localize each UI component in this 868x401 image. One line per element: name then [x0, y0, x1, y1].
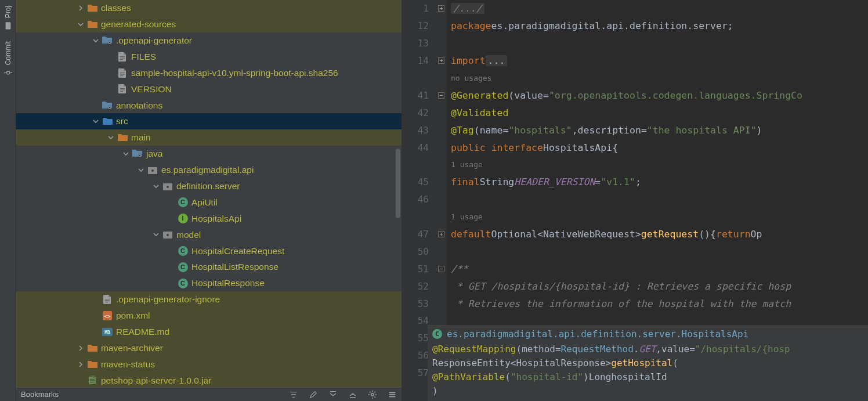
gutter-line-number[interactable]: 41	[402, 86, 429, 104]
gutter-line-number[interactable]: 12	[402, 17, 429, 35]
tree-row[interactable]: annotations	[16, 97, 402, 113]
folder-gear-icon	[132, 149, 143, 159]
code-line[interactable]: default Optional<NativeWebRequest> getRe…	[447, 226, 868, 243]
collapse-all-icon[interactable]	[328, 390, 338, 399]
tree-row[interactable]: <>pom.xml	[16, 308, 402, 324]
code-line[interactable]: /**	[447, 260, 868, 277]
tree-row[interactable]: classes	[16, 0, 402, 16]
tree-row[interactable]: CApiUtil	[16, 194, 402, 211]
gutter-line-number[interactable]: 43	[402, 121, 429, 139]
fold-toggle	[435, 139, 447, 156]
chevron-icon[interactable]	[122, 151, 130, 157]
project-tool-tab[interactable]: Proj	[4, 0, 12, 35]
fold-toggle[interactable]	[435, 226, 447, 243]
tree-row[interactable]: .openapi-generator	[16, 32, 402, 49]
tree-row[interactable]: maven-archiver	[16, 340, 402, 356]
gutter-line-number[interactable]: 57	[402, 364, 429, 382]
gutter-line-number[interactable]	[402, 208, 429, 226]
chevron-icon[interactable]	[152, 183, 160, 189]
tree-row[interactable]: sample-hospital-api-v10.yml-spring-boot-…	[16, 65, 402, 81]
code-line[interactable]: no usages	[447, 70, 868, 87]
tree-row[interactable]: CHospitalCreateRequest	[16, 243, 402, 259]
fold-toggle[interactable]	[435, 86, 447, 104]
code-line[interactable]: @Tag(name = "hospitals", description = "…	[447, 121, 868, 139]
fold-toggle[interactable]	[435, 260, 447, 277]
chevron-icon[interactable]	[137, 167, 145, 173]
gutter-line-number[interactable]: 13	[402, 35, 429, 52]
code-line[interactable]: import ...	[447, 52, 868, 70]
gutter-line-number[interactable]	[402, 70, 429, 87]
gutter-line-number[interactable]: 42	[402, 104, 429, 121]
chevron-icon[interactable]	[77, 345, 85, 351]
chevron-icon[interactable]	[77, 21, 85, 27]
gutter-line-number[interactable]: 53	[402, 295, 429, 312]
tree-row[interactable]: java	[16, 146, 402, 162]
code-line[interactable]: 1 usage	[447, 208, 868, 226]
code-line[interactable]: /.../	[447, 0, 868, 17]
gutter-line-number[interactable]: 55	[402, 330, 429, 347]
code-line[interactable]	[447, 191, 868, 208]
code-line[interactable]: public interface HospitalsApi {	[447, 139, 868, 156]
gutter-line-number[interactable]: 44	[402, 139, 429, 156]
gutter-line-number[interactable]: 52	[402, 277, 429, 295]
chevron-icon[interactable]	[92, 118, 100, 124]
gutter-line-number[interactable]: 45	[402, 174, 429, 191]
gutter-line-number[interactable]: 1	[402, 0, 429, 17]
tree-row[interactable]: generated-sources	[16, 16, 402, 32]
edit-icon[interactable]	[309, 390, 318, 399]
fold-toggle[interactable]	[435, 0, 447, 17]
project-tab-label: Proj	[4, 6, 12, 18]
tree-row[interactable]: MDREADME.md	[16, 324, 402, 340]
gutter-line-number[interactable]: 46	[402, 191, 429, 208]
folder-orange-icon	[87, 19, 97, 30]
gutter-line-number[interactable]: 47	[402, 226, 429, 243]
chevron-icon[interactable]	[77, 5, 85, 11]
gutter-line-number[interactable]	[402, 156, 429, 174]
filter-icon[interactable]	[289, 390, 298, 399]
chevron-icon[interactable]	[77, 362, 85, 367]
gutter-line-number[interactable]: 51	[402, 260, 429, 277]
tree-row[interactable]: IHospitalsApi	[16, 211, 402, 227]
tree-row[interactable]: es.paradigmadigital.api	[16, 162, 402, 178]
code-line[interactable]: * GET /hospitals/{hospital-id} : Retriev…	[447, 277, 868, 295]
tree-row[interactable]: .openapi-generator-ignore	[16, 291, 402, 308]
tree-row[interactable]: maven-status	[16, 356, 402, 373]
code-editor[interactable]: 1121314414243444546475051525354555657 /.…	[402, 0, 868, 401]
chevron-icon[interactable]	[92, 38, 100, 44]
tree-row[interactable]: definition.server	[16, 178, 402, 194]
tree-row[interactable]: model	[16, 226, 402, 243]
tree-row[interactable]: CHospitalResponse	[16, 275, 402, 291]
code-line[interactable]: * Retrieves the information of the hospi…	[447, 295, 868, 312]
commit-tool-tab[interactable]: Commit	[4, 35, 12, 82]
gutter-line-number[interactable]: 50	[402, 243, 429, 260]
tree-row[interactable]: FILES	[16, 49, 402, 65]
tree-label: HospitalResponse	[191, 279, 265, 288]
gutter-line-number[interactable]: 54	[402, 312, 429, 330]
more-icon[interactable]	[388, 390, 397, 399]
code-line[interactable]: package es.paradigmadigital.api.definiti…	[447, 17, 868, 35]
gutter-line-number[interactable]: 56	[402, 347, 429, 364]
code-line[interactable]	[447, 243, 868, 260]
chevron-icon[interactable]	[107, 135, 115, 140]
svg-rect-6	[120, 56, 125, 57]
tree-row[interactable]: petshop-api-server-1.0.0.jar	[16, 372, 402, 387]
file-icon	[117, 52, 128, 62]
tree-row[interactable]: VERSION	[16, 81, 402, 97]
code-line[interactable]: 1 usage	[447, 156, 868, 174]
bookmarks-label[interactable]: Bookmarks	[21, 390, 59, 399]
tree-row[interactable]: main	[16, 129, 402, 146]
tree-row[interactable]: src	[16, 113, 402, 129]
gear-icon[interactable]	[368, 390, 377, 399]
code-line[interactable]: @Validated	[447, 104, 868, 121]
chevron-icon[interactable]	[152, 232, 160, 237]
gutter-line-number[interactable]: 14	[402, 52, 429, 70]
code-line[interactable]: final String HEADER_VERSION = "v1.1";	[447, 174, 868, 191]
fold-toggle[interactable]	[435, 52, 447, 70]
code-line[interactable]: @Generated(value = "org.openapitools.cod…	[447, 86, 868, 104]
expand-all-icon[interactable]	[348, 390, 357, 399]
project-tree[interactable]: classesgenerated-sources.openapi-generat…	[16, 0, 402, 387]
code-line[interactable]	[447, 35, 868, 52]
project-scrollbar[interactable]	[396, 149, 400, 218]
doc-breadcrumb[interactable]: es.paradigmadigital.api.definition.serve…	[447, 328, 748, 339]
tree-row[interactable]: CHospitalListResponse	[16, 259, 402, 275]
